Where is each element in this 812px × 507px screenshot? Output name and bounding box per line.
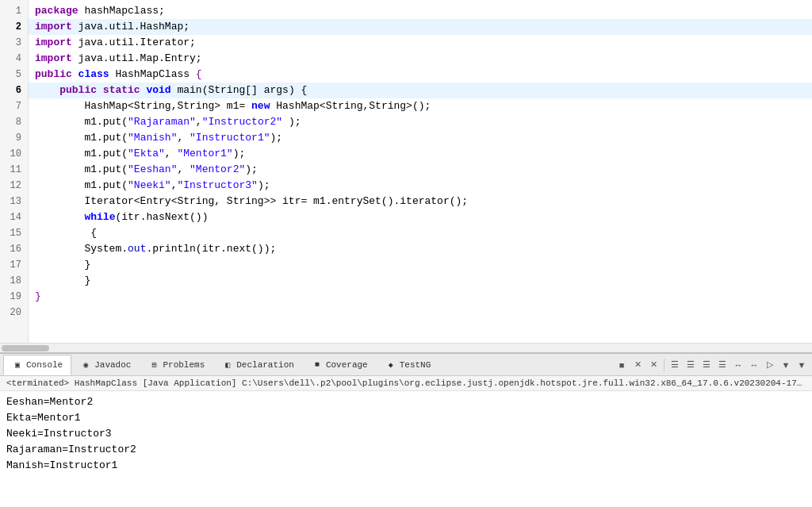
- declaration-tab-icon: ◧: [222, 359, 233, 371]
- token: "Mentor1": [177, 146, 232, 162]
- token: package: [35, 3, 84, 19]
- toolbar-btn-8[interactable]: ↔: [731, 358, 745, 372]
- tab-testng[interactable]: ◆TestNG: [377, 355, 440, 375]
- code-line-4: import java.util.Map.Entry;: [29, 51, 812, 67]
- code-line-6: public static void main(String[] args) {: [29, 83, 812, 98]
- token: "Rajaraman": [128, 114, 196, 130]
- javadoc-tab-label: Javadoc: [94, 360, 131, 370]
- token: ,: [196, 114, 202, 130]
- console-line: Ekta=Mentor1: [6, 410, 806, 426]
- line-number-5: 5: [6, 67, 21, 83]
- console-line: Neeki=Instructor3: [6, 426, 806, 442]
- line-number-15: 15: [6, 225, 21, 241]
- token: .println(itr.next());: [146, 241, 276, 257]
- code-line-7: HashMap<String,String> m1= new HashMap<S…: [29, 98, 812, 114]
- token: }: [35, 257, 90, 273]
- token: }: [35, 273, 90, 289]
- token: }: [35, 289, 41, 305]
- token: import: [35, 35, 79, 51]
- line-number-16: 16: [6, 241, 21, 257]
- line-number-13: 13: [6, 194, 21, 209]
- token: HashMapClass: [115, 67, 195, 83]
- token: hashMapclass;: [84, 3, 164, 19]
- token: );: [282, 114, 301, 130]
- code-line-13: Iterator<Entry<String, String>> itr= m1.…: [29, 194, 812, 209]
- tab-bar: ▣Console◉Javadoc⊞Problems◧Declaration■Co…: [0, 354, 812, 376]
- toolbar-btn-10[interactable]: ▷: [763, 358, 777, 372]
- toolbar-btn-11[interactable]: ▼: [779, 358, 793, 372]
- code-line-14: while(itr.hasNext()): [29, 209, 812, 225]
- tab-declaration[interactable]: ◧Declaration: [213, 355, 303, 375]
- token: HashMap<String,String> m1=: [35, 98, 251, 114]
- tab-problems[interactable]: ⊞Problems: [140, 355, 213, 375]
- toolbar-btn-6[interactable]: ☰: [699, 358, 714, 372]
- line-number-1: 1: [6, 3, 21, 19]
- token: {: [35, 225, 97, 241]
- line-number-12: 12: [6, 178, 21, 194]
- token: void: [146, 83, 177, 98]
- token: [35, 209, 84, 225]
- tab-console[interactable]: ▣Console: [3, 355, 71, 375]
- scrollbar-thumb[interactable]: [2, 345, 49, 351]
- testng-tab-label: TestNG: [400, 360, 431, 370]
- code-line-16: System.out.println(itr.next());: [29, 241, 812, 257]
- token: main(String[] args) {: [177, 83, 307, 98]
- token: );: [245, 162, 258, 178]
- token: public: [35, 67, 79, 83]
- token: out: [128, 241, 146, 257]
- tab-coverage[interactable]: ■Coverage: [303, 355, 377, 375]
- code-line-8: m1.put("Rajaraman","Instructor2" );: [29, 114, 812, 130]
- toolbar-btn-7[interactable]: ☰: [715, 358, 730, 372]
- code-line-10: m1.put("Ekta", "Mentor1");: [29, 146, 812, 162]
- token: m1.put(: [35, 130, 128, 146]
- token: [35, 83, 59, 98]
- token: m1.put(: [35, 146, 128, 162]
- toolbar-btn-9[interactable]: ↔: [747, 358, 761, 372]
- toolbar-btn-1[interactable]: ✕: [630, 358, 645, 372]
- token: );: [233, 146, 246, 162]
- token: System.: [35, 241, 128, 257]
- code-content[interactable]: package hashMapclass;import java.util.Ha…: [29, 0, 812, 343]
- token: java.util.HashMap;: [79, 19, 190, 35]
- console-output: Eeshan=Mentor2Ekta=Mentor1Neeki=Instruct…: [0, 391, 812, 507]
- coverage-tab-icon: ■: [312, 359, 323, 371]
- token: "Instructor3": [177, 178, 257, 194]
- token: "Manish": [128, 130, 177, 146]
- toolbar-btn-4[interactable]: ☰: [668, 358, 682, 372]
- token: "Instructor1": [190, 130, 270, 146]
- console-line: Eeshan=Mentor2: [6, 394, 806, 410]
- code-line-3: import java.util.Iterator;: [29, 35, 812, 51]
- token: m1.put(: [35, 178, 128, 194]
- testng-tab-icon: ◆: [385, 359, 396, 371]
- token: ,: [177, 162, 190, 178]
- code-line-2: import java.util.HashMap;: [29, 19, 812, 35]
- code-line-5: public class HashMapClass {: [29, 67, 812, 83]
- code-line-17: }: [29, 257, 812, 273]
- toolbar-btn-2[interactable]: ✕: [646, 358, 661, 372]
- line-number-14: 14: [6, 209, 21, 225]
- tab-javadoc[interactable]: ◉Javadoc: [71, 355, 140, 375]
- coverage-tab-label: Coverage: [326, 360, 368, 370]
- token: m1.put(: [35, 114, 128, 130]
- line-number-17: 17: [6, 257, 21, 273]
- horizontal-scrollbar[interactable]: [0, 343, 812, 352]
- token: Iterator<Entry<String, String>> itr= m1.…: [35, 194, 468, 209]
- code-line-19: }: [29, 289, 812, 305]
- code-line-9: m1.put("Manish", "Instructor1");: [29, 130, 812, 146]
- line-number-3: 3: [6, 35, 21, 51]
- token: ,: [177, 130, 190, 146]
- token: java.util.Iterator;: [79, 35, 196, 51]
- token: class: [79, 67, 116, 83]
- line-number-18: 18: [6, 273, 21, 289]
- toolbar-btn-5[interactable]: ☰: [684, 358, 698, 372]
- console-header: <terminated> HashMapClass [Java Applicat…: [0, 376, 812, 391]
- token: ,: [171, 178, 178, 194]
- toolbar-btn-12[interactable]: ▼: [795, 358, 809, 372]
- token: (itr.hasNext()): [115, 209, 208, 225]
- line-numbers: 1234567891011121314151617181920: [0, 0, 29, 343]
- toolbar-btn-0[interactable]: ■: [615, 358, 629, 372]
- problems-tab-icon: ⊞: [148, 359, 159, 371]
- code-editor: 1234567891011121314151617181920 package …: [0, 0, 812, 352]
- line-number-2: 2: [6, 19, 21, 35]
- token: m1.put(: [35, 162, 128, 178]
